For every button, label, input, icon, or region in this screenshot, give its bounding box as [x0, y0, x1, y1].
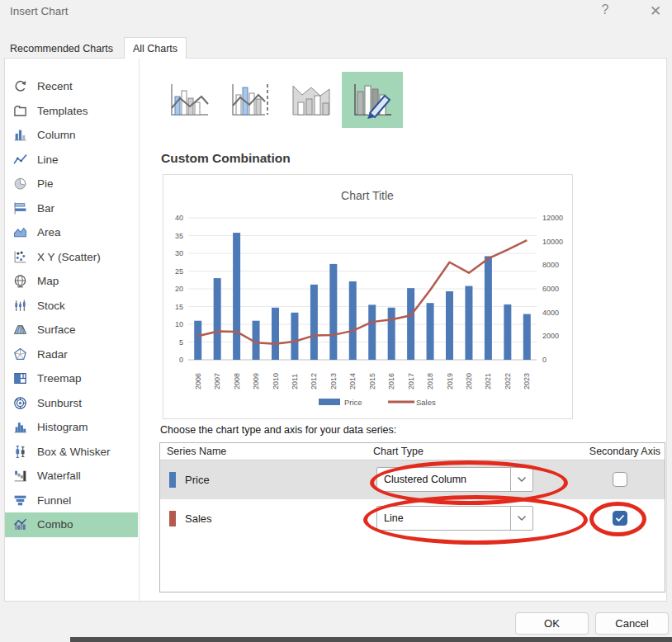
- ok-button[interactable]: OK: [515, 612, 589, 635]
- chart-type-sidebar: RecentTemplatesColumnLinePieBarAreaX Y (…: [5, 74, 138, 537]
- dialog-title: Insert Chart: [10, 5, 69, 17]
- price-secondary-axis-checkbox[interactable]: [613, 472, 627, 487]
- pie-icon: [12, 177, 28, 191]
- combo-chart: Chart Title05101520253035400200040006000…: [163, 175, 572, 418]
- combo-subtype-clustered-column-line-secondary-axis-icon[interactable]: [220, 72, 281, 128]
- sidebar-item-label: Stock: [37, 300, 65, 312]
- sidebar-item-line[interactable]: Line: [5, 148, 138, 172]
- histogram-icon: [12, 420, 28, 434]
- combo-icon: [12, 517, 28, 531]
- svg-text:Chart Title: Chart Title: [341, 189, 394, 202]
- sidebar-item-x-y-scatter[interactable]: X Y (Scatter): [5, 245, 138, 270]
- stock-icon: [12, 299, 28, 313]
- series-table-intro: Choose the chart type and axis for your …: [160, 424, 396, 436]
- insert-chart-dialog: Insert Chart ? ✕ Recommended Charts All …: [0, 0, 672, 642]
- svg-text:0: 0: [179, 356, 183, 364]
- svg-text:2019: 2019: [446, 373, 454, 389]
- svg-text:Price: Price: [344, 398, 362, 407]
- box-whisker-icon: [12, 445, 28, 459]
- svg-text:12000: 12000: [542, 214, 563, 222]
- sidebar-item-histogram[interactable]: Histogram: [5, 415, 138, 440]
- price-chart-type-value: Clustered Column: [377, 474, 510, 485]
- sidebar-item-label: Surface: [37, 323, 76, 336]
- svg-text:2017: 2017: [407, 373, 415, 389]
- svg-text:2000: 2000: [542, 332, 559, 340]
- column-header-chart-type: Chart Type: [373, 446, 424, 457]
- cancel-button[interactable]: Cancel: [595, 612, 669, 635]
- close-icon[interactable]: ✕: [645, 2, 666, 20]
- sales-chart-type-dropdown[interactable]: Line: [376, 506, 533, 531]
- svg-text:2009: 2009: [252, 373, 260, 389]
- tab-all-charts[interactable]: All Charts: [124, 37, 187, 59]
- sidebar-item-templates[interactable]: Templates: [5, 99, 138, 124]
- svg-text:Sales: Sales: [416, 398, 436, 407]
- sidebar-item-label: Treemap: [37, 372, 82, 385]
- chevron-down-icon[interactable]: [510, 468, 532, 491]
- sidebar-item-box-whisker[interactable]: Box & Whisker: [5, 440, 138, 465]
- sunburst-icon: [12, 396, 28, 410]
- table-row-price: Price Clustered Column: [160, 460, 665, 499]
- svg-text:10: 10: [175, 320, 183, 328]
- sidebar-item-label: Line: [37, 153, 59, 166]
- svg-text:35: 35: [175, 232, 183, 240]
- price-series-swatch: [169, 472, 176, 488]
- sidebar-item-map[interactable]: Map: [5, 269, 138, 294]
- sidebar-item-treemap[interactable]: Treemap: [5, 366, 138, 391]
- svg-text:2022: 2022: [504, 373, 512, 389]
- tab-recommended-charts[interactable]: Recommended Charts: [7, 43, 116, 54]
- svg-text:30: 30: [175, 249, 183, 257]
- sales-series-name: Sales: [185, 512, 212, 525]
- table-row-sales: Sales Line: [160, 499, 665, 538]
- svg-text:2008: 2008: [233, 373, 241, 389]
- svg-text:2011: 2011: [291, 374, 299, 389]
- sidebar-item-area[interactable]: Area: [5, 220, 138, 245]
- svg-text:2020: 2020: [465, 373, 473, 389]
- combo-subtype-clustered-column-line-icon[interactable]: [159, 72, 220, 128]
- chart-preview: Chart Title05101520253035400200040006000…: [163, 174, 573, 419]
- sidebar-item-label: Templates: [37, 105, 88, 117]
- price-series-name: Price: [185, 474, 210, 486]
- svg-text:10000: 10000: [542, 238, 563, 246]
- help-icon[interactable]: ?: [594, 2, 616, 17]
- sidebar-item-combo[interactable]: Combo: [5, 512, 138, 537]
- sidebar-item-bar[interactable]: Bar: [5, 196, 138, 221]
- svg-text:2010: 2010: [272, 373, 280, 389]
- scatter-icon: [12, 250, 28, 264]
- sidebar-item-radar[interactable]: Radar: [5, 342, 138, 367]
- combo-subtype-custom-combination-icon[interactable]: [342, 72, 403, 128]
- sidebar-item-column[interactable]: Column: [5, 123, 138, 148]
- sidebar-item-recent[interactable]: Recent: [5, 74, 138, 99]
- sidebar-item-label: Waterfall: [37, 470, 81, 482]
- sidebar-item-label: Funnel: [37, 494, 71, 507]
- sidebar-item-sunburst[interactable]: Sunburst: [5, 391, 138, 416]
- line-icon: [12, 153, 28, 167]
- sidebar-item-label: Histogram: [37, 421, 88, 433]
- chevron-down-icon[interactable]: [510, 507, 532, 530]
- svg-text:25: 25: [175, 267, 183, 276]
- area-icon: [12, 225, 28, 239]
- sidebar-item-label: Recent: [37, 80, 73, 92]
- svg-text:2006: 2006: [194, 373, 202, 389]
- sidebar-item-pie[interactable]: Pie: [5, 172, 138, 196]
- price-chart-type-dropdown[interactable]: Clustered Column: [376, 467, 533, 492]
- funnel-icon: [12, 493, 28, 507]
- sidebar-item-label: X Y (Scatter): [37, 251, 101, 263]
- sales-secondary-axis-checkbox[interactable]: [613, 511, 627, 526]
- combo-subtype-stacked-area-clustered-column-icon[interactable]: [281, 72, 342, 128]
- sidebar-item-label: Area: [37, 226, 61, 238]
- sidebar-item-label: Column: [37, 129, 76, 141]
- waterfall-icon: [12, 469, 28, 483]
- sidebar-item-label: Radar: [37, 348, 68, 361]
- svg-text:2021: 2021: [484, 373, 492, 389]
- section-heading: Custom Combination: [161, 151, 291, 166]
- sidebar-item-label: Sunburst: [37, 397, 82, 409]
- sidebar-item-stock[interactable]: Stock: [5, 294, 138, 319]
- series-table: Series Name Chart Type Secondary Axis Pr…: [159, 442, 665, 592]
- sidebar-item-funnel[interactable]: Funnel: [5, 489, 138, 513]
- column-header-series-name: Series Name: [167, 446, 226, 457]
- sidebar-item-waterfall[interactable]: Waterfall: [5, 464, 138, 489]
- sidebar-item-surface[interactable]: Surface: [5, 318, 138, 342]
- svg-text:2014: 2014: [348, 373, 357, 389]
- svg-text:2015: 2015: [368, 373, 376, 389]
- svg-text:4000: 4000: [542, 309, 559, 317]
